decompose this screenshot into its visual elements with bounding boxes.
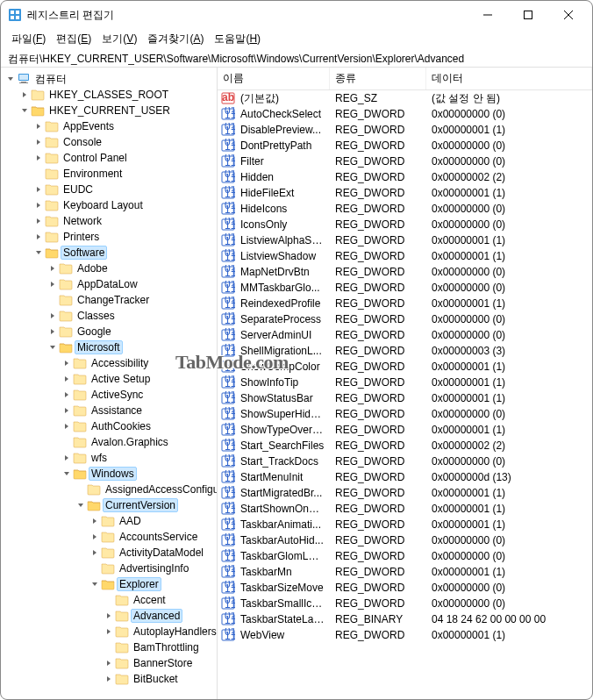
value-row[interactable]: 011110TaskbarMnREG_DWORD0x00000001 (1) [218,564,592,580]
tree-node[interactable]: Microsoft [46,339,217,355]
twisty-icon[interactable] [32,120,45,132]
tree-label[interactable]: AccountsService [117,530,200,544]
tree-node[interactable]: ChangeTracker [46,292,217,308]
menu-e[interactable]: 편집(E) [53,30,95,48]
tree-node[interactable]: 컴퓨터 [4,71,217,87]
value-row[interactable]: 011110Start_SearchFilesREG_DWORD0x000000… [218,438,592,454]
twisty-icon[interactable] [4,73,17,85]
tree-node[interactable]: AppEvents [32,118,217,134]
tree-label[interactable]: Windows [89,467,137,481]
value-row[interactable]: 011110ListviewAlphaSe...REG_DWORD0x00000… [218,232,592,248]
twisty-icon[interactable] [46,325,59,338]
tree-label[interactable]: Advanced [131,609,182,623]
value-row[interactable]: 011110ShowStatusBarREG_DWORD0x00000001 (… [218,390,592,406]
twisty-icon[interactable] [89,546,101,559]
tree-node[interactable]: CurrentVersion [75,497,217,513]
tree-label[interactable]: CurrentVersion [103,498,178,512]
value-row[interactable]: 011110HiddenREG_DWORD0x00000002 (2) [218,169,592,185]
value-row[interactable]: 011110TaskbarSmallIco...REG_DWORD0x00000… [218,596,592,611]
tree-node[interactable]: Keyboard Layout [32,197,217,213]
twisty-icon[interactable] [32,152,45,164]
value-row[interactable]: 011110ShowCompColorREG_DWORD0x00000001 (… [218,359,592,375]
tree-node[interactable]: BannerStore [103,655,217,671]
col-name[interactable]: 이름 [218,68,330,89]
tree-node[interactable]: AppDataLow [46,276,217,292]
value-row[interactable]: 011110ShowInfoTipREG_DWORD0x00000001 (1) [218,375,592,390]
tree-node[interactable]: Environment [32,166,217,182]
value-row[interactable]: 011110StartMenuInitREG_DWORD0x0000000d (… [218,469,592,485]
tree-node[interactable]: AAD [89,513,217,529]
value-row[interactable]: 011110TaskbarSizeMoveREG_DWORD0x00000000… [218,580,592,596]
address-bar[interactable]: 컴퓨터\HKEY_CURRENT_USER\Software\Microsoft… [1,48,592,68]
tree-label[interactable]: BannerStore [131,656,195,670]
value-row[interactable]: 011110DisablePreview...REG_DWORD0x000000… [218,122,592,138]
twisty-icon[interactable] [89,578,101,590]
tree-label[interactable]: Environment [61,167,125,181]
value-row[interactable]: 011110ReindexedProfileREG_DWORD0x0000000… [218,296,592,311]
twisty-icon[interactable] [103,610,115,622]
value-row[interactable]: 011110Start_TrackDocsREG_DWORD0x00000000… [218,454,592,469]
value-row[interactable]: ab(기본값)REG_SZ(값 설정 안 됨) [218,90,592,106]
minimize-button[interactable] [468,2,508,28]
menu-v[interactable]: 보기(V) [98,30,140,48]
tree-label[interactable]: Classes [75,309,118,323]
value-row[interactable]: 011110TaskbarAnimati...REG_DWORD0x000000… [218,517,592,532]
tree-label[interactable]: Software [61,246,107,260]
value-row[interactable]: 011110TaskbarAutoHid...REG_DWORD0x000000… [218,532,592,548]
twisty-icon[interactable] [61,357,73,369]
tree-node[interactable]: Accessibility [61,355,217,371]
twisty-icon[interactable] [32,183,45,196]
menu-h[interactable]: 도움말(H) [211,30,264,48]
value-row[interactable]: 011110MapNetDrvBtnREG_DWORD0x00000000 (0… [218,264,592,280]
tree-label[interactable]: wfs [89,451,110,465]
twisty-icon[interactable] [46,262,59,275]
twisty-icon[interactable] [103,673,115,685]
twisty-icon[interactable] [61,404,73,417]
col-type[interactable]: 종류 [330,68,426,89]
tree-node[interactable]: HKEY_CURRENT_USER [18,103,217,118]
twisty-icon[interactable] [32,136,45,148]
tree-label[interactable]: Avalon.Graphics [89,435,171,449]
tree-label[interactable]: AuthCookies [89,419,154,433]
value-row[interactable]: 011110SeparateProcessREG_DWORD0x00000000… [218,311,592,327]
tree-node[interactable]: ActiveSync [61,387,217,403]
tree-label[interactable]: AppEvents [61,119,117,133]
value-row[interactable]: 011110ServerAdminUIREG_DWORD0x00000000 (… [218,327,592,343]
value-row[interactable]: 011110StartShownOnU...REG_DWORD0x0000000… [218,501,592,517]
tree-label[interactable]: BitBucket [131,672,181,686]
twisty-icon[interactable] [61,452,73,464]
tree-label[interactable]: AutoplayHandlers [131,625,218,639]
col-data[interactable]: 데이터 [426,68,592,89]
value-row[interactable]: 011110ListviewShadowREG_DWORD0x00000001 … [218,248,592,264]
twisty-icon[interactable] [103,657,115,669]
menu-a[interactable]: 즐겨찾기(A) [144,30,207,48]
tree-label[interactable]: Accessibility [89,356,151,370]
tree-node[interactable]: Google [46,324,217,339]
tree-node[interactable]: EUDC [32,182,217,197]
tree-label[interactable]: Explorer [117,577,161,591]
close-button[interactable] [548,2,589,28]
tree-label[interactable]: ActivityDataModel [117,546,206,560]
twisty-icon[interactable] [89,531,101,543]
tree-label[interactable]: Adobe [75,261,111,275]
twisty-icon[interactable] [32,246,45,259]
value-row[interactable]: 011110ShellMigrationL...REG_DWORD0x00000… [218,343,592,359]
tree-node[interactable]: Classes [46,308,217,324]
twisty-icon[interactable] [103,625,115,638]
tree-node[interactable]: BitBucket [103,671,217,687]
maximize-button[interactable] [508,2,548,28]
tree-node[interactable]: AutoplayHandlers [103,624,217,639]
tree-node[interactable]: ActivityDataModel [89,545,217,561]
tree-node[interactable]: Advanced [103,608,217,624]
tree-node[interactable]: Printers [32,229,217,245]
twisty-icon[interactable] [61,420,73,432]
tree-label[interactable]: Microsoft [75,340,123,354]
value-row[interactable]: 011110AutoCheckSelectREG_DWORD0x00000000… [218,106,592,122]
twisty-icon[interactable] [61,373,73,385]
tree-label[interactable]: EUDC [61,182,96,196]
value-row[interactable]: 011110DontPrettyPathREG_DWORD0x00000000 … [218,138,592,154]
values-pane[interactable]: 이름 종류 데이터 ab(기본값)REG_SZ(값 설정 안 됨)011110A… [218,68,592,699]
tree-node[interactable]: Active Setup [61,371,217,387]
value-row[interactable]: 011110ShowSuperHidd...REG_DWORD0x0000000… [218,406,592,422]
twisty-icon[interactable] [46,278,59,290]
